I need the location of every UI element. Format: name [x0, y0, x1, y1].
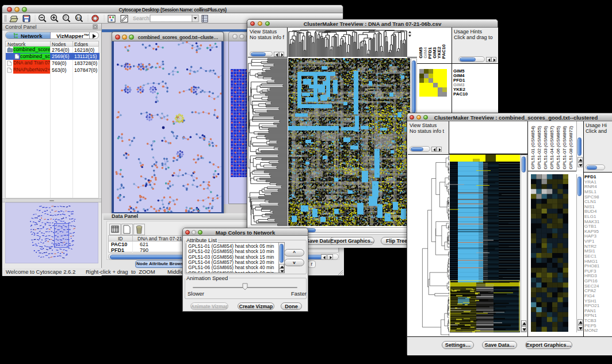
svg-text:Search:: Search:	[133, 16, 151, 21]
svg-text:1:1: 1:1	[76, 16, 81, 20]
